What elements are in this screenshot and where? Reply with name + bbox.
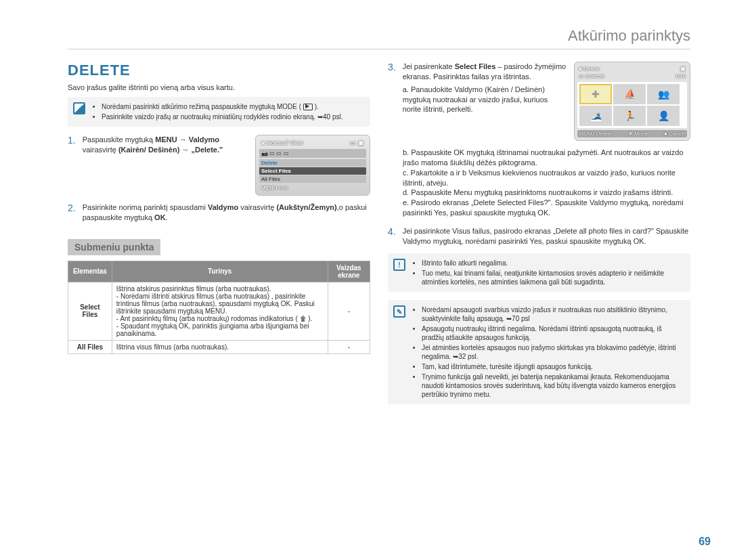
list-item: Norėdami apsaugoti svarbius vaizdo įrašu… — [422, 305, 685, 323]
thumbnail: 🏃 — [613, 106, 646, 126]
lcd2-header: ◙ Delete▣ — [577, 65, 687, 72]
playback-mode-icon — [303, 104, 313, 110]
note-item: Pasirinkite vaizdo įrašų ar nuotraukų mi… — [102, 112, 365, 121]
step-3: 3. Jei pasirenkate Select Files – pasiro… — [388, 62, 690, 141]
step-body: Paspauskite mygtuką MENU → Valdymo vaira… — [83, 135, 248, 196]
table-row: All Files Ištrina visus filmus (arba nuo… — [68, 340, 370, 353]
lcd-menu-item: Select Files — [259, 167, 366, 175]
step-number: 2. — [68, 202, 76, 223]
warning-list: Ištrinto failo atkurti negalima. Tuo met… — [422, 259, 685, 286]
step-4: 4. Jei pasirinkote Visus failus, pasirod… — [388, 226, 690, 246]
list-item: Ištrinto failo atkurti negalima. — [422, 259, 685, 267]
lcd-menu-item: All Files — [259, 175, 366, 183]
page-number: 69 — [699, 536, 711, 548]
submenu-heading: Submeniu punkta — [68, 239, 160, 255]
step-body: Jei pasirinkote Visus failus, pasirodo e… — [403, 226, 690, 246]
intro-text: Savo įrašus galite ištrinti po vieną arb… — [68, 83, 370, 91]
lcd-screenshot-2: ◙ Delete▣ ▭ 0:00:55 1/10 ✚ ⛵ 👥 🎿 🏃 👤 MEN… — [574, 62, 690, 141]
table-cell: Ištrina visus filmus (arba nuotraukas). — [112, 340, 328, 353]
list-item: Tuo metu, kai trinami failai, neatjunkit… — [422, 269, 685, 286]
lcd-footer: MENU Exit — [259, 184, 366, 192]
step-2: 2. Pasirinkite norimą parinktį spausdami… — [68, 202, 370, 223]
list-item: Jei atminties kortelės apsaugos nuo įraš… — [422, 343, 685, 361]
list-item: Tam, kad ištrintumėte, turėsite išjungti… — [422, 362, 685, 371]
step-number: 3. — [388, 62, 396, 141]
info-box: ✎ Norėdami apsaugoti svarbius vaizdo įra… — [388, 300, 690, 404]
note-item: Norėdami pasirinkti atkūrimo režimą pasp… — [102, 102, 365, 111]
warning-icon: ! — [393, 259, 405, 271]
thumbnail: 👥 — [647, 84, 680, 104]
info-list: Norėdami apsaugoti svarbius vaizdo įrašu… — [422, 305, 685, 399]
note-list: Norėdami pasirinkti atkūrimo režimą pasp… — [102, 102, 365, 121]
thumbnail: ⛵ — [613, 84, 646, 104]
table-header: Turinys — [112, 261, 328, 282]
info-icon: ✎ — [393, 305, 405, 318]
table-header: Vaizdas ekrane — [328, 261, 370, 282]
thumbnail-grid: ✚ ⛵ 👥 🎿 🏃 👤 — [577, 82, 687, 128]
page-columns: DELETE Savo įrašus galite ištrinti po vi… — [68, 62, 690, 412]
table-row: Select Files Ištrina atskirus pasirinktu… — [68, 282, 370, 340]
warning-box: ! Ištrinto failo atkurti negalima. Tuo m… — [388, 253, 690, 292]
note-box-mode: Norėdami pasirinkti atkūrimo režimą pasp… — [68, 97, 370, 127]
section-title: Atkūrimo parinktys — [568, 27, 690, 44]
step3-sub: b. Paspauskite OK mygtuką ištrinamai nuo… — [403, 148, 690, 218]
check-icon — [73, 102, 85, 114]
submenu-table: Elementas Turinys Vaizdas ekrane Select … — [68, 261, 370, 354]
page-title: DELETE — [68, 62, 370, 79]
lcd-menu-item: Delete — [259, 159, 366, 167]
step-body: Jei pasirenkate Select Files – pasirodo … — [403, 62, 567, 141]
list-item: Trynimo funkcija gali neveikti, jei bate… — [422, 372, 685, 399]
thumbnail: 🎿 — [579, 106, 612, 126]
lcd2-footer: MENU Delete ✥ Move ● Cancel — [577, 130, 687, 137]
thumbnail: ✚ — [579, 84, 612, 104]
list-item: Apsaugotų nuotraukų ištrinti negalima. N… — [422, 324, 685, 342]
table-header: Elementas — [68, 261, 112, 282]
step-body: Pasirinkite norimą parinktį spausdami Va… — [83, 202, 370, 223]
thumbnail: 👤 — [647, 106, 680, 126]
lcd-header: ◙ Normal View▭ ▣ — [259, 138, 366, 148]
lcd-screenshot-1: ◙ Normal View▭ ▣ 📷 ▭ ▭ ▭ Delete Select F… — [255, 135, 370, 196]
left-column: DELETE Savo įrašus galite ištrinti po vi… — [68, 62, 370, 412]
table-cell: Ištrina atskirus pasirinktus filmus (arb… — [112, 282, 328, 340]
section-header: Atkūrimo parinktys — [68, 27, 690, 49]
right-column: 3. Jei pasirenkate Select Files – pasiro… — [388, 62, 690, 412]
step-number: 4. — [388, 226, 396, 246]
step-number: 1. — [68, 135, 76, 196]
step-1: 1. Paspauskite mygtuką MENU → Valdymo va… — [68, 135, 370, 196]
